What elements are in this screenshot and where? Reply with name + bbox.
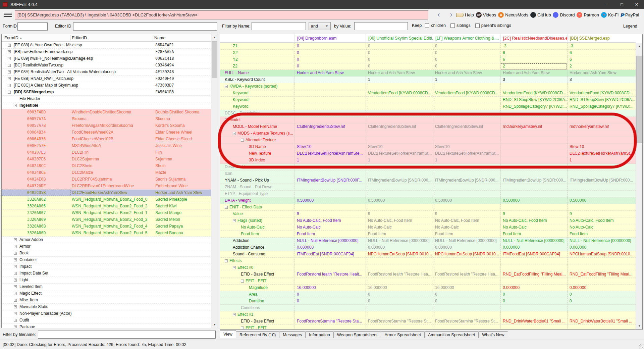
tree-row[interactable]: -Ingestible xyxy=(2,102,211,109)
minimize-button[interactable]: – xyxy=(600,0,614,9)
forward-arrow-icon[interactable]: › xyxy=(446,10,456,20)
back-arrow-icon[interactable]: ‹ xyxy=(434,10,444,20)
expand-icon[interactable]: + xyxy=(14,319,17,322)
grid-cell[interactable] xyxy=(366,258,433,264)
tree-row[interactable]: 04024E0BDLC2RRF04SujammaSadri's Sujamma xyxy=(2,176,211,183)
grid-cell[interactable]: 9 xyxy=(366,211,433,217)
keep-option-children[interactable]: children xyxy=(425,23,446,28)
grid-cell[interactable]: 0.500000 xyxy=(567,197,636,204)
expand-icon[interactable]: + xyxy=(14,305,17,308)
grid-cell[interactable]: No Auto-Calc, Food Item xyxy=(294,217,366,224)
expand-icon[interactable]: + xyxy=(14,312,17,315)
expand-icon[interactable]: + xyxy=(14,299,17,302)
grid-cell[interactable]: NULL - Null Reference [00000000] xyxy=(433,238,500,244)
grid-cell[interactable]: 16.000000 xyxy=(366,285,433,291)
grid-cell[interactable] xyxy=(294,325,366,329)
legend-link[interactable]: Legend xyxy=(623,24,637,29)
grid-cell[interactable] xyxy=(294,137,366,144)
grid-cell[interactable] xyxy=(366,170,433,177)
tree-row[interactable]: 040207E6DLC2SujammaSujamma xyxy=(2,156,211,163)
grid-cell[interactable]: 0 xyxy=(294,298,366,305)
tree-column-editorid[interactable]: EditorID xyxy=(72,34,87,42)
grid-cell[interactable]: NULL - Null Reference [00000000] xyxy=(294,238,366,244)
grid-cell[interactable]: Horker and Ash Yam Stew xyxy=(433,70,500,77)
grid-cell[interactable] xyxy=(433,130,500,137)
grid-cell[interactable]: 9 xyxy=(500,211,567,217)
grid-cell[interactable]: -3 xyxy=(567,43,636,50)
grid-cell[interactable] xyxy=(500,258,567,264)
grid-row[interactable]: DATA - Weight0.5000000.5000000.5000000.5… xyxy=(220,197,636,204)
tree-row-plugin[interactable]: +[BB] nwsFollowerFramework.espF28FAA5A xyxy=(2,49,211,55)
tree-row[interactable]: 040320DFDLC2RRFavor01EmberbrandWineEmber… xyxy=(2,183,211,190)
grid-cell[interactable] xyxy=(567,130,636,137)
grid-cell[interactable]: 0 xyxy=(366,56,433,63)
expand-icon[interactable]: + xyxy=(8,50,11,53)
tree-row-plugin[interactable]: +[FE 08C] A Clear Map of Skyrim.esp47300… xyxy=(2,82,211,89)
grid-cell[interactable]: 0 xyxy=(567,291,636,298)
collapse-icon[interactable]: − xyxy=(233,313,236,316)
tab-weapon-spreadsheet[interactable]: Weapon Spreadsheet xyxy=(333,331,381,338)
grid-cell[interactable]: rnd\horkeryamstew.nif xyxy=(500,123,567,130)
grid-cell[interactable]: Food Item xyxy=(366,231,433,238)
grid-cell[interactable]: RND_STSoupStew [KYWD:2C06A... xyxy=(567,97,636,103)
grid-row[interactable]: Duration00000 xyxy=(220,298,636,305)
grid-cell[interactable]: No Auto-Calc xyxy=(433,224,500,231)
grid-cell[interactable]: 0.000000 xyxy=(433,244,500,251)
grid-row[interactable]: −KWDA - Keywords (sorted) xyxy=(220,83,636,90)
grid-row[interactable]: No Auto-CalcNo Auto-CalcNo Auto-CalcNo A… xyxy=(220,224,636,231)
grid-cell[interactable] xyxy=(294,278,366,285)
grid-cell[interactable] xyxy=(366,83,433,90)
grid-row[interactable]: KSIZ - Keyword Count1133 xyxy=(220,77,636,83)
grid-cell[interactable] xyxy=(433,311,500,318)
grid-cell[interactable]: 0 xyxy=(500,298,567,305)
grid-cell[interactable] xyxy=(366,311,433,318)
collapse-icon[interactable]: − xyxy=(225,118,228,121)
grid-row[interactable]: Destructable xyxy=(220,164,636,170)
grid-cell[interactable]: 0 xyxy=(500,291,567,298)
grid-cell[interactable]: Stew:10 xyxy=(567,144,636,150)
tree-row[interactable]: File Header xyxy=(2,96,211,102)
grid-row[interactable]: Conditions xyxy=(220,305,636,311)
grid-row[interactable]: −Model xyxy=(220,117,636,123)
grid-cell[interactable] xyxy=(294,83,366,90)
grid-cell[interactable]: FoodRestoreHealth "Restore Hea... xyxy=(366,271,433,278)
grid-cell[interactable]: ITMFoodEat [SNDR:000CAF94] xyxy=(500,251,567,258)
grid-cell[interactable]: 6 xyxy=(567,50,636,56)
grid-cell[interactable] xyxy=(366,130,433,137)
grid-cell[interactable] xyxy=(567,170,636,177)
grid-cell[interactable]: RND_SpoilageCategory7 [KYWD:... xyxy=(500,103,567,110)
tree-row[interactable]: 0403CD5BDLC2FoodHorkerAshYamStewHorker a… xyxy=(2,190,211,196)
grid-row[interactable]: −Effects xyxy=(220,258,636,264)
grid-cell[interactable] xyxy=(366,117,433,123)
toolbar-link-videos[interactable]: GPVideos xyxy=(476,12,496,18)
grid-cell[interactable]: Stew:10 xyxy=(366,144,433,150)
grid-cell[interactable] xyxy=(433,191,500,197)
grid-cell[interactable]: 0 xyxy=(433,298,500,305)
grid-cell[interactable]: 6 xyxy=(500,50,567,56)
grid-cell[interactable]: 0 xyxy=(294,63,366,70)
expand-icon[interactable]: + xyxy=(14,279,17,282)
grid-cell[interactable] xyxy=(500,184,567,191)
expand-icon[interactable]: + xyxy=(8,44,11,47)
grid-row[interactable]: New TextureDLC2TextureSetHorkerAshYamSte… xyxy=(220,150,636,157)
tree-row-plugin[interactable]: +[FE 088] At Your Own Pace - Misc.esp86D… xyxy=(2,42,211,49)
tree-row-group[interactable]: +Armor Addon xyxy=(2,237,211,243)
grid-cell[interactable]: RND_DrinkWaterBottle01 "Small ... xyxy=(500,318,567,325)
grid-cell[interactable] xyxy=(294,103,366,110)
tree-row-group[interactable]: +Impact xyxy=(2,263,211,270)
editorid-input[interactable] xyxy=(73,22,217,31)
grid-cell[interactable] xyxy=(433,170,500,177)
grid-cell[interactable]: VendorItemFood [KYWD:0008CD... xyxy=(366,90,433,97)
grid-cell[interactable]: Clutter\Ingredients\Stew.nif xyxy=(366,123,433,130)
grid-cell[interactable]: 0 xyxy=(366,50,433,56)
tree-row[interactable]: 00064B36FoodCheeseWheel02BEidar Cheese S… xyxy=(2,136,211,143)
grid-cell[interactable]: 0 xyxy=(433,56,500,63)
grid-cell[interactable]: No Auto-Calc xyxy=(366,224,433,231)
grid-cell[interactable] xyxy=(294,164,366,170)
grid-row[interactable]: Magnitude16.00000016.00000016.0000000.00… xyxy=(220,285,636,291)
grid-cell[interactable]: 0 xyxy=(366,63,433,70)
grid-cell[interactable] xyxy=(433,184,500,191)
toolbar-link-nexusmods[interactable]: ◆NexusMods xyxy=(498,12,528,18)
grid-cell[interactable] xyxy=(294,90,366,97)
maximize-button[interactable]: □ xyxy=(614,0,629,9)
